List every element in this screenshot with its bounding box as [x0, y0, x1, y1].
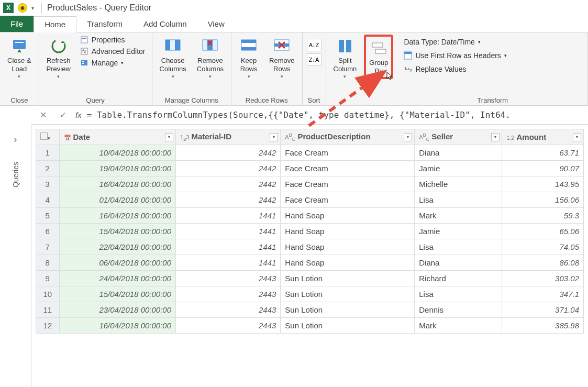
cell-amount[interactable]: 347.1	[502, 286, 584, 302]
cell-material[interactable]: 2442	[176, 145, 281, 161]
cell-product[interactable]: Face Cream	[281, 145, 415, 161]
filter-icon[interactable]: ▾	[491, 133, 500, 141]
table-row[interactable]: 219/04/2018 00:00:002442Face CreamJamie9…	[36, 161, 584, 176]
table-row[interactable]: 722/04/2018 00:00:001441Hand SoapLisa74.…	[36, 239, 584, 255]
cell-product[interactable]: Hand Soap	[281, 255, 415, 271]
table-row[interactable]: 1216/04/2018 00:00:002443Sun LotionMark3…	[36, 318, 584, 334]
cell-date[interactable]: 23/04/2018 00:00:00	[59, 302, 176, 318]
tab-add-column[interactable]: Add Column	[133, 16, 197, 32]
row-number[interactable]: 12	[36, 318, 60, 334]
cell-product[interactable]: Face Cream	[281, 192, 415, 208]
remove-columns-button[interactable]: Remove Columns ▾	[194, 35, 227, 81]
manage-button[interactable]: Manage ▾	[78, 58, 148, 68]
cell-amount[interactable]: 74.05	[502, 239, 584, 255]
table-row[interactable]: 1015/04/2018 00:00:002443Sun LotionLisa3…	[36, 286, 584, 302]
cell-date[interactable]: 15/04/2018 00:00:00	[59, 224, 176, 239]
col-product[interactable]: ABCProductDescription▾	[281, 129, 415, 145]
row-number[interactable]: 4	[36, 192, 60, 208]
properties-button[interactable]: Properties	[78, 35, 148, 45]
data-type-button[interactable]: Data Type: Date/Time ▾	[402, 37, 508, 47]
select-all-header[interactable]: ▾	[36, 129, 60, 145]
cell-date[interactable]: 22/04/2018 00:00:00	[59, 239, 176, 255]
cell-seller[interactable]: Diana	[415, 145, 502, 161]
keep-rows-button[interactable]: Keep Rows ▾	[236, 35, 262, 81]
expand-pane-icon[interactable]: ›	[14, 134, 17, 145]
cell-product[interactable]: Hand Soap	[281, 239, 415, 255]
filter-icon[interactable]: ▾	[573, 133, 581, 141]
accept-formula-icon[interactable]: ✓	[56, 108, 70, 123]
cell-material[interactable]: 2443	[176, 286, 281, 302]
cell-amount[interactable]: 143.95	[502, 176, 584, 192]
cell-material[interactable]: 1441	[176, 255, 281, 271]
cell-date[interactable]: 01/04/2018 00:00:00	[59, 192, 176, 208]
cell-product[interactable]: Hand Soap	[281, 224, 415, 239]
cell-date[interactable]: 15/04/2018 00:00:00	[59, 286, 176, 302]
cell-amount[interactable]: 90.07	[502, 161, 584, 176]
row-number[interactable]: 10	[36, 286, 60, 302]
col-material[interactable]: 123Material-ID▾	[176, 129, 281, 145]
cell-product[interactable]: Face Cream	[281, 161, 415, 176]
table-row[interactable]: 1123/04/2018 00:00:002443Sun LotionDenni…	[36, 302, 584, 318]
cell-amount[interactable]: 65.06	[502, 224, 584, 239]
row-number[interactable]: 5	[36, 208, 60, 224]
queries-label[interactable]: Queries	[12, 162, 20, 187]
cell-material[interactable]: 2443	[176, 271, 281, 286]
cell-product[interactable]: Hand Soap	[281, 208, 415, 224]
remove-rows-button[interactable]: Remove Rows ▾	[266, 35, 297, 81]
first-row-headers-button[interactable]: Use First Row as Headers ▾	[402, 50, 508, 61]
replace-values-button[interactable]: 12 Replace Values	[402, 64, 508, 74]
cell-date[interactable]: 10/04/2018 00:00:00	[59, 145, 176, 161]
row-number[interactable]: 2	[36, 161, 60, 176]
table-row[interactable]: 806/04/2018 00:00:001441Hand SoapDiana86…	[36, 255, 584, 271]
cell-seller[interactable]: Dennis	[415, 302, 502, 318]
cell-amount[interactable]: 303.02	[502, 271, 584, 286]
close-load-button[interactable]: Close & Load ▾	[4, 35, 35, 81]
cell-seller[interactable]: Mark	[415, 208, 502, 224]
cell-product[interactable]: Sun Lotion	[281, 286, 415, 302]
cell-material[interactable]: 2442	[176, 161, 281, 176]
smiley-icon[interactable]: ☻	[18, 3, 27, 13]
choose-columns-button[interactable]: Choose Columns ▾	[157, 35, 190, 81]
cell-seller[interactable]: Michelle	[415, 176, 502, 192]
cell-material[interactable]: 2442	[176, 192, 281, 208]
group-by-button[interactable]: Group By	[364, 35, 393, 79]
row-number[interactable]: 1	[36, 145, 60, 161]
cell-date[interactable]: 24/04/2018 00:00:00	[59, 271, 176, 286]
filter-icon[interactable]: ▾	[404, 133, 412, 141]
cell-seller[interactable]: Lisa	[415, 286, 502, 302]
cell-seller[interactable]: Jamie	[415, 224, 502, 239]
row-number[interactable]: 11	[36, 302, 60, 318]
cell-material[interactable]: 2443	[176, 318, 281, 334]
cancel-formula-icon[interactable]: ✕	[36, 108, 50, 123]
tab-home[interactable]: Home	[34, 16, 76, 32]
tab-file[interactable]: File	[0, 16, 34, 32]
cell-material[interactable]: 2442	[176, 176, 281, 192]
tab-transform[interactable]: Transform	[76, 16, 133, 32]
cell-date[interactable]: 06/04/2018 00:00:00	[59, 255, 176, 271]
cell-amount[interactable]: 156.06	[502, 192, 584, 208]
table-row[interactable]: 401/04/2018 00:00:002442Face CreamLisa15…	[36, 192, 584, 208]
cell-material[interactable]: 1441	[176, 224, 281, 239]
cell-material[interactable]: 1441	[176, 208, 281, 224]
col-date[interactable]: 📅Date▾	[59, 129, 176, 145]
sort-asc-button[interactable]: A↓Z	[307, 39, 321, 51]
filter-icon[interactable]: ▾	[165, 133, 173, 141]
cell-product[interactable]: Face Cream	[281, 176, 415, 192]
qat-dropdown-icon[interactable]: ▾	[31, 5, 34, 11]
cell-seller[interactable]: Richard	[415, 271, 502, 286]
cell-seller[interactable]: Jamie	[415, 161, 502, 176]
cell-product[interactable]: Sun Lotion	[281, 271, 415, 286]
row-number[interactable]: 3	[36, 176, 60, 192]
formula-input[interactable]: = Table.TransformColumnTypes(Source,{{"D…	[87, 110, 584, 120]
tab-view[interactable]: View	[197, 16, 235, 32]
cell-date[interactable]: 16/04/2018 00:00:00	[59, 176, 176, 192]
cell-seller[interactable]: Mark	[415, 318, 502, 334]
cell-amount[interactable]: 385.98	[502, 318, 584, 334]
table-row[interactable]: 924/04/2018 00:00:002443Sun LotionRichar…	[36, 271, 584, 286]
row-number[interactable]: 9	[36, 271, 60, 286]
row-number[interactable]: 6	[36, 224, 60, 239]
split-column-button[interactable]: Split Column ▾	[330, 35, 360, 81]
cell-date[interactable]: 19/04/2018 00:00:00	[59, 161, 176, 176]
row-number[interactable]: 7	[36, 239, 60, 255]
table-row[interactable]: 516/04/2018 00:00:001441Hand SoapMark59.…	[36, 208, 584, 224]
